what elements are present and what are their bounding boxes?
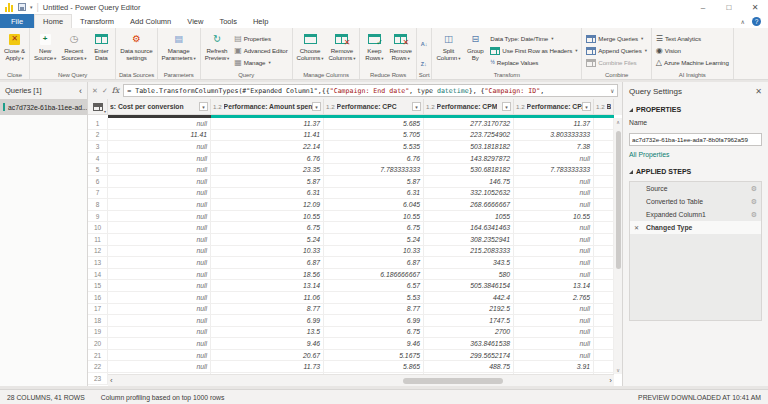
table-cell[interactable]: 580 — [424, 269, 514, 280]
table-cell[interactable]: null — [108, 315, 211, 326]
query-name-input[interactable] — [629, 133, 762, 146]
row-number[interactable]: 14 — [88, 269, 108, 280]
table-cell[interactable]: null — [514, 304, 594, 315]
query-list-item[interactable]: ac7d732e-61ba-11ee-ad... — [0, 99, 87, 115]
column-header-s-cost-per-conversion[interactable]: s: Cost per conversion▾ — [108, 99, 211, 115]
horizontal-scrollbar[interactable]: ‹ › — [108, 374, 614, 386]
delete-step-icon[interactable]: ✕ — [634, 224, 639, 231]
table-cell[interactable]: 6.75 — [324, 222, 424, 233]
tab-add-column[interactable]: Add Column — [122, 14, 179, 28]
row-number[interactable]: 13 — [88, 257, 108, 268]
table-cell[interactable]: null — [514, 338, 594, 349]
table-cell[interactable] — [594, 153, 614, 164]
table-cell[interactable]: 6.186666667 — [324, 269, 424, 280]
data-source-settings-button[interactable]: ⚙Data sourcesettings — [118, 30, 154, 71]
table-cell[interactable]: 10.33 — [324, 246, 424, 257]
table-cell[interactable]: 2192.5 — [424, 304, 514, 315]
table-cell[interactable]: 343.5 — [424, 257, 514, 268]
advanced-editor-button[interactable]: ▣Advanced Editor — [232, 45, 289, 56]
row-number[interactable]: 5 — [88, 164, 108, 175]
table-cell[interactable]: null — [514, 199, 594, 210]
choose-columns-button[interactable]: ChooseColumns▾ — [295, 30, 326, 71]
table-cell[interactable]: 277.3170732 — [424, 118, 514, 129]
properties-button[interactable]: ▤Properties — [232, 33, 289, 44]
table-cell[interactable]: null — [108, 304, 211, 315]
row-number[interactable]: 17 — [88, 304, 108, 315]
table-cell[interactable]: null — [108, 176, 211, 187]
table-cell[interactable]: 6.99 — [324, 315, 424, 326]
table-cell[interactable]: 5.87 — [211, 176, 324, 187]
table-cell[interactable]: null — [514, 153, 594, 164]
table-cell[interactable]: 10.55 — [514, 211, 594, 222]
select-all-corner[interactable]: ▾ — [88, 99, 108, 115]
table-cell[interactable]: 363.8461538 — [424, 338, 514, 349]
column-header-behav[interactable]: 1.2Behav — [594, 99, 614, 115]
table-cell[interactable] — [594, 130, 614, 141]
table-cell[interactable]: 11.37 — [514, 118, 594, 129]
filter-dropdown-icon[interactable]: ▾ — [582, 102, 591, 111]
properties-section-header[interactable]: PROPERTIES — [629, 106, 762, 113]
table-cell[interactable]: 6.57 — [324, 280, 424, 291]
scroll-right-icon[interactable]: › — [609, 376, 612, 385]
table-cell[interactable] — [594, 304, 614, 315]
keep-rows-button[interactable]: ✓KeepRows▾ — [362, 30, 386, 71]
row-number[interactable]: 20 — [88, 338, 108, 349]
table-cell[interactable]: 5.865 — [324, 361, 424, 372]
table-cell[interactable]: 5.87 — [324, 176, 424, 187]
sort-descending-button[interactable]: Z↓ — [421, 52, 428, 70]
applied-step-changed-type[interactable]: ✕Changed Type — [630, 221, 761, 234]
table-cell[interactable]: null — [108, 350, 211, 361]
table-cell[interactable]: 5.24 — [211, 234, 324, 245]
table-cell[interactable]: null — [514, 188, 594, 199]
table-cell[interactable]: 332.1052632 — [424, 188, 514, 199]
table-cell[interactable]: 13.14 — [514, 280, 594, 291]
table-cell[interactable]: null — [108, 188, 211, 199]
formula-input[interactable]: = Table.TransformColumnTypes(#"Expanded … — [123, 84, 618, 97]
table-cell[interactable]: 5.685 — [324, 118, 424, 129]
table-cell[interactable]: 11.41 — [108, 130, 211, 141]
table-cell[interactable]: null — [108, 199, 211, 210]
quick-access-dropdown-icon[interactable]: ▾ — [30, 4, 33, 10]
table-cell[interactable]: 11.41 — [211, 130, 324, 141]
table-cell[interactable]: 5.24 — [324, 234, 424, 245]
table-cell[interactable]: null — [514, 246, 594, 257]
scroll-down-icon[interactable]: ∨ — [614, 367, 622, 373]
tab-file[interactable]: File — [0, 14, 34, 28]
row-number[interactable]: 8 — [88, 199, 108, 210]
table-cell[interactable]: 442.4 — [424, 292, 514, 303]
table-cell[interactable]: null — [514, 257, 594, 268]
tab-home[interactable]: Home — [34, 14, 72, 28]
table-cell[interactable]: null — [514, 176, 594, 187]
filter-dropdown-icon[interactable]: ▾ — [312, 102, 321, 111]
row-number[interactable]: 10 — [88, 222, 108, 233]
table-cell[interactable]: 5.535 — [324, 141, 424, 152]
profiling-status[interactable]: Column profiling based on top 1000 rows — [101, 394, 225, 401]
table-cell[interactable]: null — [514, 269, 594, 280]
table-cell[interactable]: 2700 — [424, 327, 514, 338]
table-cell[interactable] — [594, 257, 614, 268]
table-cell[interactable]: 13.14 — [211, 280, 324, 291]
table-cell[interactable]: 6.87 — [324, 257, 424, 268]
table-cell[interactable]: 18.56 — [211, 269, 324, 280]
table-cell[interactable]: 5.53 — [324, 292, 424, 303]
table-cell[interactable] — [594, 246, 614, 257]
table-cell[interactable]: 12.09 — [211, 199, 324, 210]
row-number[interactable]: 1 — [88, 118, 108, 129]
table-cell[interactable] — [594, 188, 614, 199]
row-number[interactable]: 23 — [88, 373, 108, 384]
recent-sources-button[interactable]: ◷RecentSources▾ — [59, 30, 88, 71]
table-cell[interactable]: 10.55 — [324, 211, 424, 222]
azure-machine-learning-button[interactable]: △Azure Machine Learning — [654, 57, 731, 68]
table-cell[interactable] — [594, 164, 614, 175]
table-cell[interactable]: 10.33 — [211, 246, 324, 257]
row-number[interactable]: 15 — [88, 280, 108, 291]
collapse-ribbon-icon[interactable]: ∧ — [741, 18, 745, 25]
table-cell[interactable]: 143.8297872 — [424, 153, 514, 164]
merge-queries-button[interactable]: Merge Queries▾ — [584, 33, 649, 44]
new-source-button[interactable]: +NewSource▾ — [32, 30, 58, 71]
row-number[interactable]: 7 — [88, 188, 108, 199]
table-cell[interactable]: 268.6666667 — [424, 199, 514, 210]
split-column-button[interactable]: ◫SplitColumn▾ — [434, 30, 462, 71]
table-cell[interactable]: 5.1675 — [324, 350, 424, 361]
save-icon[interactable] — [18, 3, 26, 11]
